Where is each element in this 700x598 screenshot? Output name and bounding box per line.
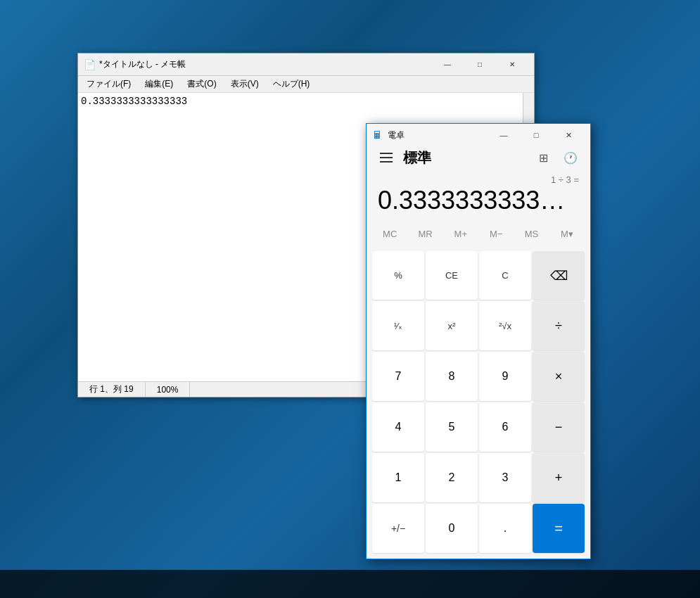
notepad-menu-file[interactable]: ファイル(F) [81, 77, 136, 91]
calc-subtract-button[interactable]: − [533, 402, 585, 452]
calculator-window: 🖩 電卓 — □ ✕ 標準 ⊞ 🕐 1 ÷ 3 = 0.333333333333… [366, 123, 591, 559]
calc-window-controls: — □ ✕ [488, 124, 585, 146]
hamburger-menu-button[interactable] [375, 146, 397, 169]
notepad-window-controls: — □ ✕ [431, 53, 528, 76]
calc-plusminus-button[interactable]: +/− [372, 504, 424, 553]
calc-maximize-button[interactable]: □ [520, 124, 552, 146]
calc-5-button[interactable]: 5 [426, 402, 478, 452]
hamburger-line-3 [380, 161, 393, 163]
notepad-cursor-position: 行 1、列 19 [78, 382, 146, 397]
calc-app-icon: 🖩 [372, 129, 383, 141]
calc-backspace-button[interactable]: ⌫ [533, 251, 585, 300]
notepad-zoom-level: 100% [146, 382, 191, 397]
calc-c-button[interactable]: C [479, 251, 531, 300]
notepad-app-icon: 📄 [84, 59, 95, 70]
calc-mr-button[interactable]: MR [407, 223, 443, 246]
notepad-title: *タイトルなし - メモ帳 [99, 58, 431, 70]
calc-mminus-button[interactable]: M− [478, 223, 514, 246]
calc-title: 電卓 [388, 129, 488, 141]
calc-2-button[interactable]: 2 [426, 453, 478, 502]
calc-close-button[interactable]: ✕ [552, 124, 585, 146]
notepad-titlebar: 📄 *タイトルなし - メモ帳 — □ ✕ [78, 53, 534, 76]
calc-reciprocal-button[interactable]: ¹⁄ₓ [372, 301, 424, 350]
calc-expression: 1 ÷ 3 = [378, 174, 579, 185]
calc-square-button[interactable]: x² [426, 301, 478, 350]
calc-button-grid: % CE C ⌫ ¹⁄ₓ x² ²√x ÷ 7 8 9 × 4 5 6 − 1 … [367, 250, 590, 559]
calc-ms-button[interactable]: MS [514, 223, 549, 246]
calc-0-button[interactable]: 0 [426, 504, 478, 553]
calc-ce-button[interactable]: CE [426, 251, 478, 300]
calc-divide-button[interactable]: ÷ [533, 301, 585, 350]
calc-minimize-button[interactable]: — [488, 124, 520, 146]
calc-4-button[interactable]: 4 [372, 402, 424, 452]
calc-display: 1 ÷ 3 = 0.3333333333333333333 [367, 172, 590, 220]
calc-mc-button[interactable]: MC [372, 223, 407, 246]
calc-mode-title: 標準 [403, 148, 533, 167]
calc-history-button[interactable]: 🕐 [559, 146, 582, 169]
calc-sqrt-button[interactable]: ²√x [479, 301, 531, 350]
notepad-menu-edit[interactable]: 編集(E) [139, 77, 179, 91]
calc-add-button[interactable]: + [533, 453, 585, 502]
notepad-maximize-button[interactable]: □ [464, 53, 496, 76]
hamburger-line-1 [380, 153, 393, 154]
calc-mdown-button[interactable]: M▾ [549, 223, 585, 246]
notepad-menu-format[interactable]: 書式(O) [182, 77, 222, 91]
notepad-menu-view[interactable]: 表示(V) [225, 77, 265, 91]
calc-titlebar: 🖩 電卓 — □ ✕ [367, 124, 590, 146]
calc-mode-icon: ⊞ [539, 151, 548, 165]
notepad-menu-help[interactable]: ヘルプ(H) [267, 77, 316, 91]
notepad-close-button[interactable]: ✕ [496, 53, 528, 76]
calc-8-button[interactable]: 8 [426, 352, 478, 401]
calc-mplus-button[interactable]: M+ [443, 223, 478, 246]
calc-7-button[interactable]: 7 [372, 352, 424, 401]
calc-9-button[interactable]: 9 [479, 352, 531, 401]
hamburger-line-2 [380, 157, 393, 158]
calc-memory-row: MC MR M+ M− MS M▾ [367, 220, 590, 248]
calc-1-button[interactable]: 1 [372, 453, 424, 502]
calc-equals-button[interactable]: = [533, 504, 585, 553]
notepad-menubar: ファイル(F) 編集(E) 書式(O) 表示(V) ヘルプ(H) [78, 76, 534, 93]
calc-multiply-button[interactable]: × [533, 352, 585, 401]
calc-decimal-button[interactable]: . [479, 504, 531, 553]
calc-3-button[interactable]: 3 [479, 453, 531, 502]
notepad-minimize-button[interactable]: — [431, 53, 464, 76]
calc-percent-button[interactable]: % [372, 251, 424, 300]
calc-result: 0.3333333333333333333 [378, 186, 579, 215]
taskbar [0, 570, 700, 598]
calc-header: 標準 ⊞ 🕐 [367, 146, 590, 172]
calc-6-button[interactable]: 6 [479, 402, 531, 452]
